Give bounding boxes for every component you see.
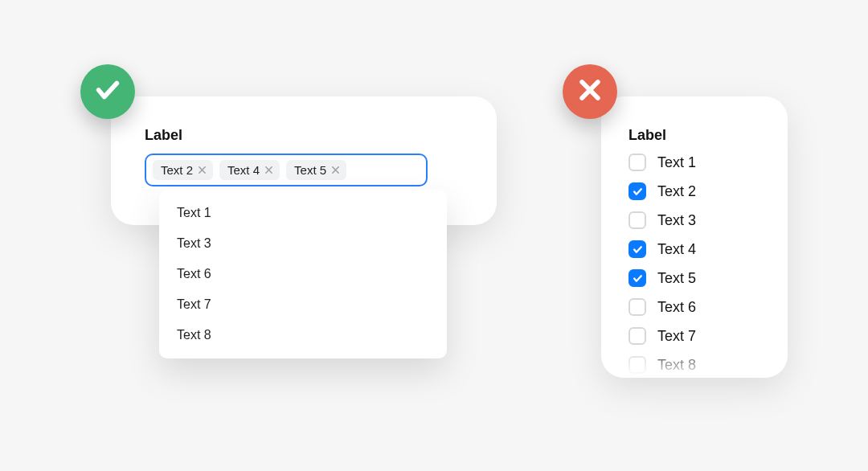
checkbox-label: Text 1 <box>657 154 696 171</box>
checkbox-label: Text 6 <box>657 299 696 316</box>
close-icon <box>576 76 604 107</box>
checkbox-label: Text 5 <box>657 270 696 287</box>
checkbox[interactable] <box>628 154 646 171</box>
chip-label: Text 5 <box>294 163 326 177</box>
checkbox-label: Text 3 <box>657 212 696 229</box>
selected-chip: Text 4 <box>219 160 280 180</box>
checkbox-label: Text 2 <box>657 183 696 200</box>
checkbox[interactable] <box>628 269 646 287</box>
checkbox-row[interactable]: Text 1 <box>628 154 760 171</box>
checkbox-row[interactable]: Text 3 <box>628 211 760 229</box>
checkbox-label: Text 8 <box>657 357 696 374</box>
chip-remove-icon[interactable] <box>331 166 340 174</box>
checkbox-row[interactable]: Text 8 <box>628 356 760 374</box>
checkbox[interactable] <box>628 182 646 200</box>
checkbox[interactable] <box>628 298 646 316</box>
chip-remove-icon[interactable] <box>198 166 207 174</box>
checkbox-row[interactable]: Text 7 <box>628 327 760 345</box>
dropdown-option[interactable]: Text 7 <box>159 289 447 320</box>
good-pattern-badge <box>80 64 135 119</box>
checkbox-label: Text 4 <box>657 241 696 258</box>
selected-chip: Text 5 <box>286 160 346 180</box>
check-icon <box>94 76 121 107</box>
checkbox-row[interactable]: Text 6 <box>628 298 760 316</box>
field-label: Label <box>145 127 463 144</box>
chip-label: Text 2 <box>161 163 193 177</box>
field-label: Label <box>628 127 760 144</box>
dropdown-option[interactable]: Text 8 <box>159 320 447 350</box>
checkbox-row[interactable]: Text 5 <box>628 269 760 287</box>
checkbox-list: Text 1Text 2Text 3Text 4Text 5Text 6Text… <box>628 154 760 374</box>
checkbox-row[interactable]: Text 2 <box>628 182 760 200</box>
dropdown-option[interactable]: Text 6 <box>159 259 447 289</box>
dropdown-option[interactable]: Text 3 <box>159 228 447 259</box>
checkbox-label: Text 7 <box>657 328 696 345</box>
checkbox-row[interactable]: Text 4 <box>628 240 760 258</box>
multiselect-input[interactable]: Text 2Text 4Text 5 <box>145 154 428 186</box>
checkbox[interactable] <box>628 356 646 374</box>
chip-remove-icon[interactable] <box>264 166 273 174</box>
bad-pattern-badge <box>563 64 617 119</box>
bad-example-card: Label Text 1Text 2Text 3Text 4Text 5Text… <box>601 96 788 378</box>
checkbox[interactable] <box>628 327 646 345</box>
selected-chip: Text 2 <box>153 160 213 180</box>
chip-label: Text 4 <box>227 163 260 177</box>
checkbox[interactable] <box>628 240 646 258</box>
multiselect-dropdown: Text 1Text 3Text 6Text 7Text 8 <box>159 190 447 358</box>
checkbox[interactable] <box>628 211 646 229</box>
dropdown-option[interactable]: Text 1 <box>159 198 447 228</box>
